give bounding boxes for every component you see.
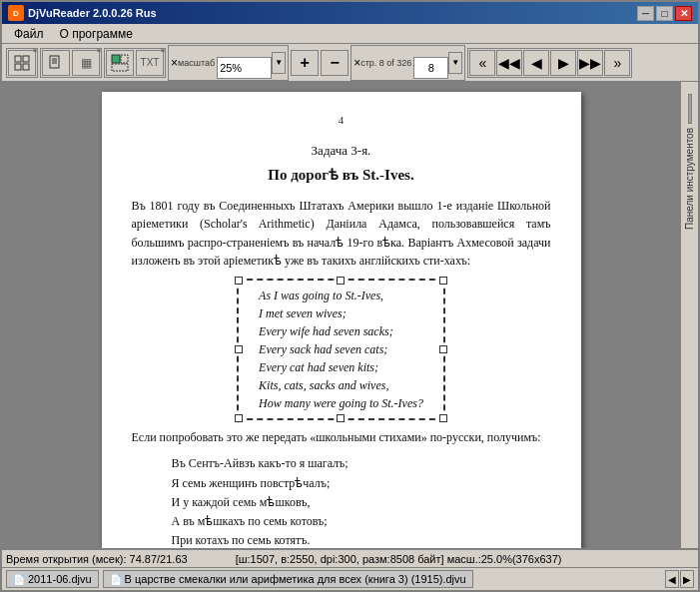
status-file-info: [ш:1507, в:2550, dpi:300, разм:8508 байт…	[236, 553, 694, 565]
file-name-2: В царстве смекалки или арифметика для вс…	[125, 573, 466, 585]
toolbar-group-3: × TXT	[104, 48, 166, 78]
svg-rect-1	[23, 56, 29, 62]
main-area: 4 Задача 3-я. По дорогѣ въ St.-Ives. Въ …	[2, 82, 698, 548]
status-bar: Время открытия (мсек): 74.87/21.63 [ш:15…	[2, 548, 698, 590]
svg-rect-0	[15, 56, 21, 62]
close-button[interactable]: ✕	[675, 6, 692, 21]
right-panel: Панели инструментов	[680, 82, 698, 548]
toolbar-close-3[interactable]: ×	[159, 47, 167, 55]
poem-line-6: Kits, cats, sacks and wives,	[259, 376, 423, 394]
toolbar-close-1[interactable]: ×	[31, 47, 39, 55]
nav-prev-prev-button[interactable]: ◀◀	[496, 50, 522, 76]
status-open-time: Время открытия (мсек): 74.87/21.63	[6, 553, 236, 565]
toolbar-close-2[interactable]: ×	[95, 47, 103, 55]
zoom-in-button[interactable]: +	[291, 50, 319, 76]
status-top: Время открытия (мсек): 74.87/21.63 [ш:15…	[2, 550, 698, 568]
file-icon-1: 📄	[13, 574, 25, 585]
poem-selection-box: As I was going to St.-Ives, I met seven …	[237, 279, 445, 420]
maximize-button[interactable]: □	[656, 6, 673, 21]
toolbar-btn-select[interactable]	[106, 50, 134, 76]
toolbar-btn-page[interactable]	[42, 50, 70, 76]
nav-next-next-button[interactable]: ▶▶	[577, 50, 603, 76]
resize-handle-tr[interactable]	[439, 277, 447, 285]
resize-handle-bl[interactable]	[235, 414, 243, 422]
toolbar: × × ▦	[2, 44, 698, 82]
svg-rect-9	[121, 55, 128, 63]
zoom-controls: + −	[291, 50, 349, 76]
page-number: 4	[132, 112, 551, 129]
resize-handle-ml[interactable]	[235, 345, 243, 353]
paragraph-2: Если попробовать это же передать «школьн…	[132, 428, 551, 447]
status-bottom: 📄 2011-06.djvu 📄 В царстве смекалки или …	[2, 568, 698, 590]
scale-input[interactable]	[217, 57, 272, 79]
status-file-1[interactable]: 📄 2011-06.djvu	[6, 570, 99, 588]
svg-rect-3	[23, 64, 29, 70]
menu-bar: Файл О программе	[2, 24, 698, 44]
nav-last-button[interactable]: »	[604, 50, 630, 76]
page-label: стр. 8 of 326	[360, 58, 411, 68]
russian-line-4: А въ мѣшкахъ по семь котовъ;	[172, 512, 551, 531]
doc-view[interactable]: 4 Задача 3-я. По дорогѣ въ St.-Ives. Въ …	[2, 82, 680, 548]
main-window: D DjVuReader 2.0.0.26 Rus ─ □ ✕ Файл О п…	[0, 0, 700, 592]
page-content: 4 Задача 3-я. По дорогѣ въ St.-Ives. Въ …	[102, 92, 581, 548]
status-arrows: ◀ ▶	[665, 570, 694, 588]
app-icon: D	[8, 5, 24, 21]
panel-grip[interactable]	[688, 94, 692, 124]
page-group: × стр. 8 of 326 ▼	[350, 45, 465, 81]
resize-handle-bm[interactable]	[337, 414, 345, 422]
minimize-button[interactable]: ─	[637, 6, 654, 21]
scale-group: × масштаб ▼	[168, 45, 289, 81]
page-close[interactable]: ×	[353, 56, 360, 70]
page-dropdown-btn[interactable]: ▼	[448, 52, 462, 74]
russian-line-2: Я семь женщинъ повстрѣчалъ;	[172, 474, 551, 493]
resize-handle-tm[interactable]	[337, 277, 345, 285]
menu-about[interactable]: О программе	[52, 26, 141, 42]
poem-line-7: How many were going to St.-Ives?	[259, 394, 423, 412]
resize-handle-mr[interactable]	[439, 345, 447, 353]
russian-line-3: И у каждой семь мѣшковъ,	[172, 493, 551, 512]
task-bold-title: По дорогѣ въ St.-Ives.	[132, 164, 551, 187]
scale-close[interactable]: ×	[171, 56, 178, 70]
poem-line-4: Every sack had seven cats;	[259, 340, 423, 358]
title-controls: ─ □ ✕	[637, 6, 692, 21]
file-name-1: 2011-06.djvu	[28, 573, 92, 585]
scale-label: масштаб	[178, 58, 215, 68]
poem-line-3: Every wife had seven sacks;	[259, 322, 423, 340]
nav-next-button[interactable]: ▶	[550, 50, 576, 76]
russian-verse: Въ Сентъ-Айвзъ какъ-то я шагалъ; Я семь …	[172, 454, 551, 548]
paragraph-1: Въ 1801 году въ Соединенныхъ Штатахъ Аме…	[132, 197, 551, 271]
resize-handle-br[interactable]	[439, 414, 447, 422]
svg-rect-8	[112, 55, 120, 63]
panel-label[interactable]: Панели инструментов	[684, 128, 695, 230]
nav-first-button[interactable]: «	[469, 50, 495, 76]
zoom-out-button[interactable]: −	[321, 50, 349, 76]
svg-rect-2	[15, 64, 21, 70]
poem-line-1: As I was going to St.-Ives,	[259, 287, 423, 304]
status-file-2[interactable]: 📄 В царстве смекалки или арифметика для …	[103, 570, 473, 588]
scale-dropdown-btn[interactable]: ▼	[272, 52, 286, 74]
title-bar: D DjVuReader 2.0.0.26 Rus ─ □ ✕	[2, 2, 698, 24]
nav-prev-button[interactable]: ◀	[523, 50, 549, 76]
poem-line-5: Every cat had seven kits;	[259, 358, 423, 376]
svg-rect-10	[112, 64, 128, 71]
poem-line-2: I met seven wives;	[259, 304, 423, 322]
resize-handle-tl[interactable]	[235, 277, 243, 285]
window-title: DjVuReader 2.0.0.26 Rus	[28, 7, 157, 19]
menu-file[interactable]: Файл	[6, 26, 52, 42]
task-title: Задача 3-я.	[132, 141, 551, 161]
toolbar-group-2: × ▦	[40, 48, 102, 78]
russian-line-1: Въ Сентъ-Айвзъ какъ-то я шагалъ;	[172, 454, 551, 473]
page-input[interactable]	[413, 57, 448, 79]
status-arrow-left[interactable]: ◀	[665, 570, 679, 588]
svg-rect-4	[50, 56, 59, 68]
russian-line-5: При котахъ по семь котятъ.	[172, 531, 551, 548]
file-icon-2: 📄	[110, 574, 122, 585]
status-arrow-right[interactable]: ▶	[680, 570, 694, 588]
nav-group: « ◀◀ ◀ ▶ ▶▶ »	[467, 48, 632, 78]
toolbar-group-1: ×	[6, 48, 38, 78]
title-bar-left: D DjVuReader 2.0.0.26 Rus	[8, 5, 157, 21]
